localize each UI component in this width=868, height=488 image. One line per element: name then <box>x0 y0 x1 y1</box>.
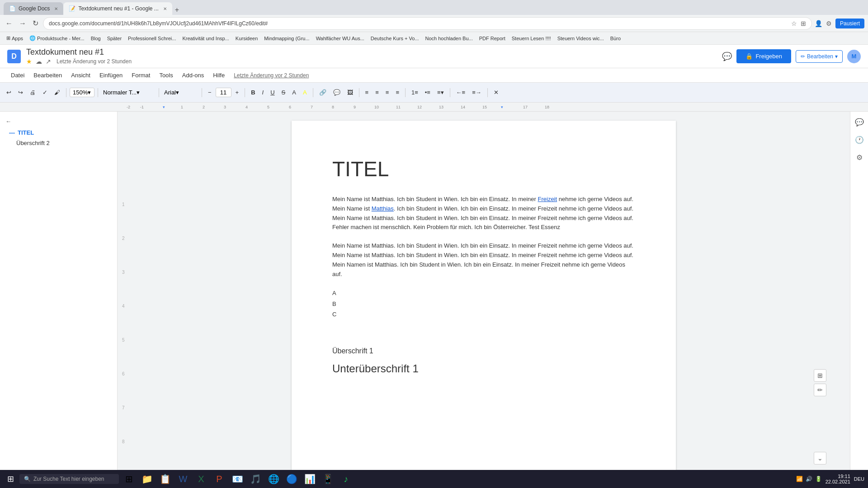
menu-addons[interactable]: Add-ons <box>179 70 208 80</box>
taskbar-powerpoint-icon[interactable]: P <box>211 471 227 487</box>
taskbar-search[interactable]: 🔍 Zur Suche Text hier eingeben <box>19 474 119 484</box>
list-item-c[interactable]: C <box>332 309 635 319</box>
taskbar-chrome-icon[interactable]: 🌐 <box>265 471 282 487</box>
wifi-icon[interactable]: 📶 <box>796 476 803 482</box>
list-item-a[interactable]: A <box>332 288 635 298</box>
refresh-button[interactable]: ↻ <box>31 17 40 29</box>
taskbar-explorer-icon[interactable]: 📁 <box>139 471 155 487</box>
taskbar-app10-icon[interactable]: 📱 <box>320 471 336 487</box>
add-row-button[interactable]: ⊞ <box>814 369 826 382</box>
bookmark-buero[interactable]: Büro <box>608 35 623 42</box>
paint-button[interactable]: 🖌 <box>52 87 63 98</box>
font-increase-button[interactable]: + <box>233 87 242 98</box>
taskbar-app6-icon[interactable]: 📧 <box>229 471 245 487</box>
avatar[interactable]: M <box>847 50 861 63</box>
menu-tools[interactable]: Tools <box>156 70 176 80</box>
align-right-button[interactable]: ≡ <box>383 87 392 98</box>
align-justify-button[interactable]: ≡ <box>393 87 402 98</box>
bookmark-deutschekurs[interactable]: Deutsche Kurs + Vo... <box>368 35 422 42</box>
battery-icon[interactable]: 🔋 <box>815 476 822 482</box>
document-heading2[interactable]: Unterüberschrift 1 <box>332 362 635 375</box>
tab-textdokument[interactable]: 📝 Textdokument neu #1 - Google ... ✕ <box>63 2 172 15</box>
scroll-bottom-button[interactable]: ⌄ <box>814 452 826 465</box>
bookmark-star-icon[interactable]: ☆ <box>791 20 797 27</box>
comments-icon[interactable]: 💬 <box>722 52 732 61</box>
menu-ansicht[interactable]: Ansicht <box>67 70 94 80</box>
back-button[interactable]: ← <box>4 18 14 29</box>
chevron-down-float-icon[interactable]: ⌄ <box>814 452 826 465</box>
image-button[interactable]: 🖼 <box>344 87 356 98</box>
decrease-indent-button[interactable]: ←≡ <box>453 87 468 98</box>
bookmark-mindmapping[interactable]: Mindmapping (Gru... <box>261 35 312 42</box>
sidebar-title-item[interactable]: — TITEL <box>0 127 117 138</box>
last-saved[interactable]: Letzte Änderung vor 2 Stunden <box>57 58 132 65</box>
menu-format[interactable]: Format <box>128 70 154 80</box>
extensions-icon[interactable]: ⊞ <box>801 20 806 27</box>
share-icon[interactable]: ↗ <box>46 58 51 65</box>
bold-button[interactable]: B <box>248 87 258 98</box>
strikethrough-button[interactable]: S <box>279 87 288 98</box>
taskbar-clock[interactable]: 19:11 22.02.2021 <box>826 474 850 484</box>
sidebar-back-button[interactable]: ← <box>0 115 117 127</box>
matthias-link[interactable]: Matthias <box>372 205 394 212</box>
taskbar-apps-icon[interactable]: ⊞ <box>121 471 137 487</box>
right-panel-comments-icon[interactable]: 💬 <box>852 115 867 129</box>
print-button[interactable]: 🖨 <box>27 87 38 98</box>
taskbar-excel-icon[interactable]: X <box>193 471 209 487</box>
style-selector[interactable]: Normaler T... ▾ <box>101 88 156 97</box>
forward-button[interactable]: → <box>17 18 28 29</box>
bookmark-hochladen[interactable]: Noch hochladen Bu... <box>423 35 476 42</box>
taskbar-edge-icon[interactable]: 🔵 <box>283 471 300 487</box>
bookmark-wahlfaecher[interactable]: Wahlfächer WU Aus... <box>313 35 367 42</box>
edit-mode-button[interactable]: ✏ Bearbeiten ▾ <box>796 50 843 63</box>
pause-button[interactable]: Pausiert <box>835 19 864 28</box>
bookmark-kursideen[interactable]: Kursideen <box>233 35 261 42</box>
document-paragraph-1[interactable]: Mein Name ist Matthias. Ich bin Student … <box>332 195 635 232</box>
bullet-list-button[interactable]: •≡ <box>422 87 433 98</box>
clear-format-button[interactable]: ✕ <box>491 87 501 98</box>
font-size-field[interactable]: 11 <box>216 88 231 97</box>
highlight-button[interactable]: A <box>300 87 310 98</box>
volume-icon[interactable]: 🔊 <box>806 476 812 482</box>
taskbar-app9-icon[interactable]: 📊 <box>302 471 318 487</box>
bookmark-spaeter[interactable]: Später <box>104 35 124 42</box>
increase-indent-button[interactable]: ≡→ <box>469 87 484 98</box>
undo-button[interactable]: ↩ <box>4 87 14 98</box>
address-bar[interactable]: docs.google.com/document/d/1hUH8k6h7Lb8y… <box>43 17 812 30</box>
document-heading1[interactable]: Überschrift 1 <box>332 347 635 355</box>
share-button[interactable]: 🔒 Freigeben <box>736 49 791 63</box>
tab-close-active[interactable]: ✕ <box>163 6 167 11</box>
menu-datei[interactable]: Datei <box>7 70 28 80</box>
windows-start-button[interactable]: ⊞ <box>4 472 18 486</box>
tab-close[interactable]: ✕ <box>54 6 58 11</box>
list-style-button[interactable]: ≡▾ <box>434 87 447 98</box>
text-color-button[interactable]: A <box>289 87 299 98</box>
doc-title[interactable]: Textdokument neu #1 <box>26 47 717 57</box>
account-icon[interactable]: 👤 <box>815 20 822 27</box>
settings-icon[interactable]: ⚙ <box>826 20 832 27</box>
bookmark-kreativitaet[interactable]: Kreativität und Insp... <box>179 35 231 42</box>
bookmark-apps[interactable]: ⊞ Apps <box>4 34 26 42</box>
right-panel-settings-icon[interactable]: ⚙ <box>854 150 865 164</box>
bookmark-steuernlesen[interactable]: Steuern Lesen !!!! <box>509 35 554 42</box>
docs-logo-icon[interactable]: D <box>7 50 21 63</box>
menu-hilfe[interactable]: Hilfe <box>209 70 228 80</box>
document-paragraph-2[interactable]: Mein Name ist Matthias. Ich bin Student … <box>332 241 635 279</box>
list-item-b[interactable]: B <box>332 299 635 309</box>
zoom-selector[interactable]: 150% ▾ <box>70 88 94 97</box>
taskbar-word-icon[interactable]: W <box>175 471 191 487</box>
underline-button[interactable]: U <box>268 87 277 98</box>
italic-button[interactable]: I <box>259 87 267 98</box>
taskbar-spotify-icon[interactable]: ♪ <box>338 471 354 487</box>
font-decrease-button[interactable]: − <box>205 87 214 98</box>
numbered-list-button[interactable]: 1≡ <box>409 87 421 98</box>
document-title[interactable]: TITEL <box>332 157 635 181</box>
edit-row-button[interactable]: ✏ <box>814 384 826 396</box>
right-panel-history-icon[interactable]: 🕐 <box>852 133 867 147</box>
menu-einfuegen[interactable]: Einfügen <box>96 70 126 80</box>
new-tab-button[interactable]: + <box>172 5 182 15</box>
spell-button[interactable]: ✓ <box>40 87 50 98</box>
freizeit-link[interactable]: Freizeit <box>538 196 557 202</box>
font-selector[interactable]: Arial ▾ <box>162 88 198 97</box>
bookmark-steuervideos[interactable]: Steuern Videos wic... <box>555 35 607 42</box>
